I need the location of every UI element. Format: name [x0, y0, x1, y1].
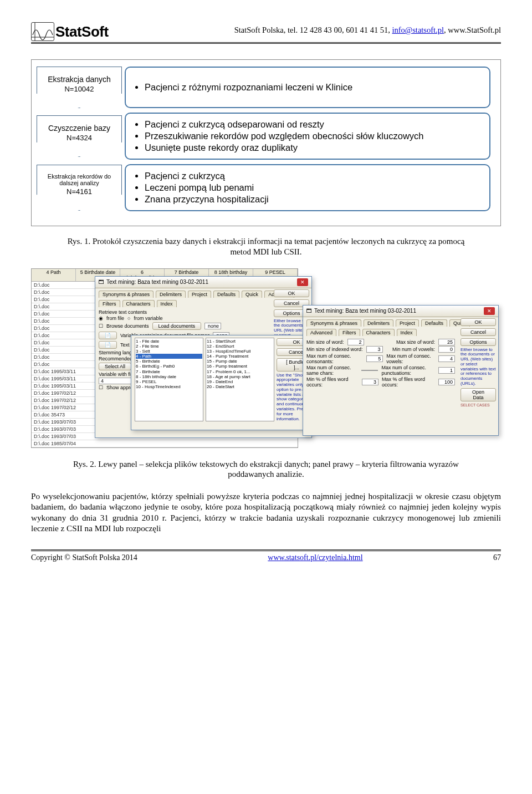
flow-step-2: Czyszczenie bazy N=4324 Pacjenci z cukrz…	[38, 113, 490, 160]
figure-1-caption: Rys. 1. Protokół czyszczenia bazy danych…	[64, 236, 468, 257]
max-word-input[interactable]: 25	[438, 339, 455, 345]
max-punct-input[interactable]: 1	[438, 367, 455, 374]
copyright: Copyright © StatSoft Polska 2014	[31, 553, 137, 562]
max-same-input[interactable]	[361, 370, 378, 371]
min-word-input[interactable]: 2	[347, 339, 364, 345]
close-icon[interactable]: ✕	[484, 307, 495, 315]
text-var-button[interactable]: 📄	[99, 341, 117, 349]
figure-2-caption: Rys. 2. Lewy panel – selekcja plików tek…	[64, 459, 468, 480]
open-data-button[interactable]: Open Data	[461, 388, 496, 401]
select-cases-label: SELECT CASES	[461, 403, 496, 407]
max-cons-input[interactable]: 5	[366, 355, 383, 362]
flow-step-3: Ekstrakcja rekordów do dalszej analizy N…	[38, 164, 490, 211]
radio-icon[interactable]: ◉	[99, 315, 103, 321]
brand-name: StatSoft	[55, 23, 109, 40]
variable-select-dialog: 1 - File date2 - File time3 - Sett 4 - P…	[131, 335, 320, 430]
var-list-left[interactable]: 1 - File date2 - File time3 - Sett 4 - P…	[135, 338, 203, 422]
checkbox-icon[interactable]: ☐	[99, 323, 103, 329]
ok-button[interactable]: OK	[461, 318, 496, 326]
textmining-dialog-right: 🗔 Text mining: Baza text mining 03-02-20…	[303, 305, 499, 436]
body-paragraph: Po wyselekcjonowaniu pacjentów, którzy s…	[31, 491, 501, 534]
page-footer: Copyright © StatSoft Polska 2014 www.sta…	[31, 549, 501, 562]
min-idx-input[interactable]: 3	[366, 346, 383, 353]
close-icon[interactable]: ✕	[297, 278, 308, 286]
min-vow-input[interactable]: 0	[438, 346, 455, 353]
flowchart: Ekstrakcja danych N=10042 Pacjenci z róż…	[31, 59, 501, 226]
var-doc-button[interactable]: 📄	[99, 332, 117, 339]
checkbox-icon[interactable]: ☐	[99, 385, 103, 390]
header-contact: StatSoft Polska, tel. 12 428 43 00, 601 …	[109, 22, 501, 35]
max-pct-input[interactable]: 100	[438, 379, 455, 385]
header-email-link[interactable]: info@statsoft.pl	[392, 26, 444, 34]
select-all-button[interactable]: Select All	[99, 363, 131, 370]
logo: StatSoft	[31, 22, 109, 41]
min-pct-input[interactable]: 3	[362, 379, 378, 385]
ok-button[interactable]: OK	[274, 289, 309, 297]
load-documents-button[interactable]: Load documents	[152, 322, 202, 330]
logo-wave-icon	[31, 22, 54, 41]
page-number: 67	[493, 553, 501, 562]
flow-step-1: Ekstrakcja danych N=10042 Pacjenci z róż…	[38, 67, 490, 108]
cancel-button[interactable]: Cancel	[461, 328, 496, 336]
options-button[interactable]: Options	[461, 338, 496, 346]
var-list-right[interactable]: 11 - StartShort12 - EndShort13 - HospEnd…	[206, 338, 274, 422]
screenshot-composite: 4 Path 5 Birthdate date 6 BirthdateValid…	[31, 268, 501, 451]
page-header: StatSoft StatSoft Polska, tel. 12 428 43…	[31, 22, 501, 44]
max-cvow-input[interactable]: 4	[438, 355, 455, 362]
dialog-icon: 🗔	[306, 308, 312, 314]
dialog-icon: 🗔	[99, 279, 104, 285]
footer-link[interactable]: www.statsoft.pl/czytelnia.html	[268, 553, 362, 562]
radio-icon[interactable]: ○	[127, 315, 130, 321]
